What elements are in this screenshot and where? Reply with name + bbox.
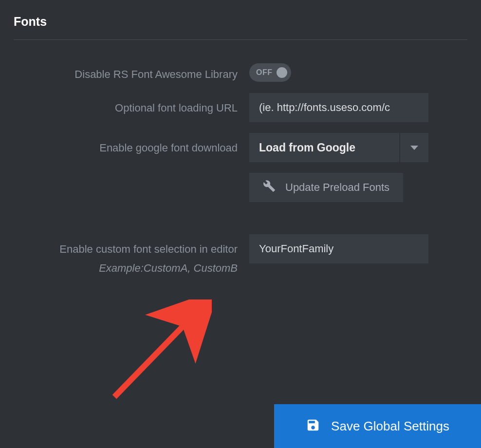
select-google-font-download[interactable]: Load from Google: [249, 133, 428, 162]
toggle-disable-font-awesome[interactable]: OFF: [249, 63, 291, 82]
select-value-label: Load from Google: [249, 133, 399, 162]
svg-line-0: [114, 314, 195, 397]
label-disable-font-awesome: Disable RS Font Awesome Library: [14, 63, 238, 82]
label-custom-font-example: Example:CustomA, CustomB: [14, 260, 238, 276]
save-button-label: Save Global Settings: [331, 419, 449, 434]
toggle-state-label: OFF: [256, 68, 273, 77]
wrench-icon: [263, 180, 276, 195]
section-title-fonts: Fonts: [14, 15, 467, 40]
save-icon: [306, 418, 320, 434]
label-font-loading-url: Optional font loading URL: [14, 93, 238, 116]
chevron-down-icon: [410, 146, 418, 150]
label-custom-font: Enable custom font selection in editor: [14, 241, 238, 257]
save-global-settings-button[interactable]: Save Global Settings: [274, 404, 481, 448]
annotation-arrow-icon: [100, 299, 212, 409]
font-loading-url-input[interactable]: [249, 93, 428, 122]
toggle-knob-icon: [277, 67, 287, 78]
update-preload-label: Update Preload Fonts: [285, 181, 389, 194]
update-preload-fonts-button[interactable]: Update Preload Fonts: [249, 173, 403, 202]
select-caret-button[interactable]: [400, 133, 428, 162]
label-google-font-download: Enable google font download: [14, 133, 238, 156]
custom-font-input[interactable]: [249, 234, 428, 263]
